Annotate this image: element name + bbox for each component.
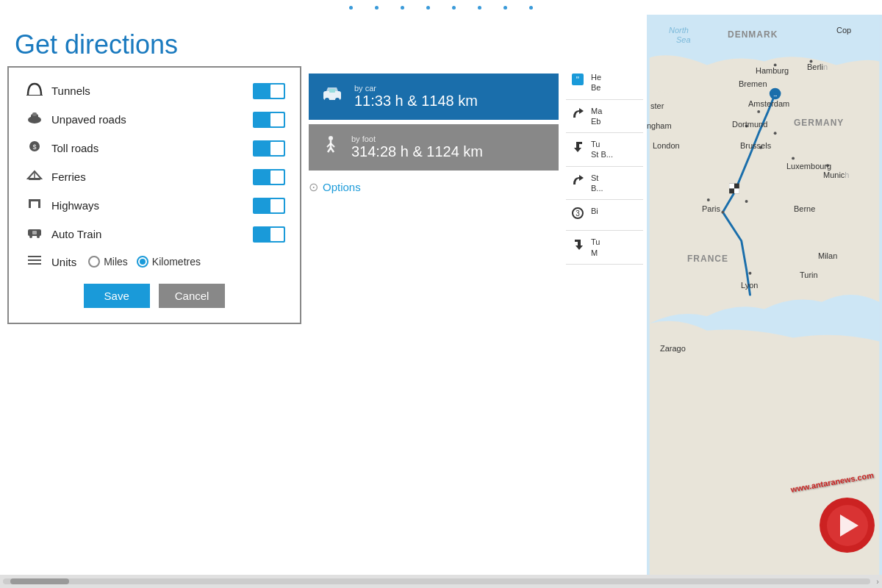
scroll-arrow[interactable]: › — [876, 577, 879, 586]
svg-line-29 — [331, 148, 334, 152]
car-route-info: by car 11:33 h & 1148 km — [354, 84, 478, 110]
turn-item-2[interactable]: Tu St B... — [566, 133, 643, 167]
svg-point-22 — [335, 98, 340, 102]
auto-train-icon — [24, 226, 46, 243]
svg-text:": " — [576, 75, 579, 85]
map-label-north: North — [669, 26, 689, 35]
svg-point-39 — [773, 92, 778, 96]
map-background: 1 — [647, 15, 882, 575]
nav-dot — [529, 6, 533, 10]
nav-dot — [503, 6, 507, 10]
map-label-france: FRANCE — [687, 254, 728, 264]
kilometres-label: Kilometres — [152, 256, 201, 268]
turn-item-4[interactable]: 3 Bi — [566, 200, 643, 231]
turn-text-3: St B... — [591, 173, 603, 194]
turn-icon-2 — [569, 139, 587, 157]
map-label-dortmund: Dortmund — [732, 120, 767, 129]
toll-roads-toggle[interactable] — [253, 140, 285, 157]
map-label-germany: GERMANY — [794, 118, 844, 128]
map-label-zaragoza: Zarago — [660, 344, 686, 353]
map-label-amsterdam: Amsterdam — [748, 99, 789, 108]
ferries-toggle[interactable] — [253, 169, 285, 185]
map-label-cop: Cop — [836, 26, 851, 35]
map-label-ngham: ngham — [647, 121, 672, 130]
car-route-time: 11:33 h & 1148 km — [354, 93, 478, 110]
turn-item-0[interactable]: " He Be — [566, 66, 643, 100]
unpaved-roads-label: Unpaved roads — [46, 113, 253, 126]
turn-item-1[interactable]: Ma Eb — [566, 100, 643, 134]
svg-point-43 — [774, 132, 777, 135]
highways-toggle[interactable] — [253, 198, 285, 214]
foot-route-card[interactable]: by foot 314:28 h & 1124 km — [309, 124, 559, 171]
svg-rect-8 — [29, 178, 40, 180]
scrollbar-track[interactable] — [3, 578, 870, 584]
turn-icon-1 — [569, 106, 587, 124]
tunnels-toggle[interactable] — [253, 83, 285, 99]
ferries-label: Ferries — [46, 171, 253, 183]
map-label-london: London — [653, 141, 680, 150]
map-panel[interactable]: 1 — [647, 15, 882, 575]
turn-text-2: Tu St B... — [591, 139, 613, 160]
map-label-sea: Sea — [676, 35, 691, 44]
foot-icon — [320, 135, 341, 160]
main-content: Get directions Tunnels — [0, 15, 882, 575]
save-button[interactable]: Save — [84, 284, 150, 308]
svg-rect-15 — [32, 231, 37, 234]
turn-icon-3 — [569, 173, 587, 191]
option-row-unpaved: Unpaved roads — [24, 111, 285, 128]
turn-item-5[interactable]: Tu M — [566, 231, 643, 265]
kilometres-radio[interactable] — [137, 256, 148, 268]
nav-dot — [349, 6, 353, 10]
turn-item-3[interactable]: St B... — [566, 167, 643, 201]
map-label-ster: ster — [650, 101, 664, 110]
map-label-hamburg: Hamburg — [756, 66, 789, 75]
auto-train-toggle[interactable] — [253, 226, 285, 243]
toll-roads-icon: $ — [24, 140, 46, 157]
unpaved-roads-toggle[interactable] — [253, 112, 285, 128]
nav-dot — [478, 6, 481, 10]
units-row: Units Miles Kilometres — [24, 254, 285, 269]
car-icon — [320, 85, 344, 108]
page-title: Get directions — [15, 29, 632, 60]
svg-text:$: $ — [32, 143, 36, 151]
option-row-autotrain: Auto Train — [24, 226, 285, 243]
units-icon — [24, 254, 46, 269]
map-label-lyon: Lyon — [741, 281, 758, 290]
option-row-ferries: Ferries — [24, 168, 285, 185]
miles-radio[interactable] — [88, 256, 100, 268]
map-label-berne: Berne — [794, 204, 815, 213]
unpaved-roads-icon — [24, 111, 46, 128]
foot-route-time: 314:28 h & 1124 km — [351, 143, 483, 160]
toll-roads-toggle-knob — [270, 142, 284, 155]
svg-point-46 — [721, 211, 724, 214]
left-panel: Get directions Tunnels — [0, 15, 647, 575]
top-dots-bar — [0, 0, 882, 15]
svg-rect-3 — [32, 112, 37, 116]
map-label-paris: Paris — [702, 204, 720, 213]
options-link-label: Options — [323, 181, 361, 193]
option-row-tunnels: Tunnels — [24, 82, 285, 99]
map-label-denmark: DENMARK — [728, 29, 778, 40]
cancel-button[interactable]: Cancel — [159, 284, 226, 308]
car-route-card[interactable]: by car 11:33 h & 1148 km — [309, 74, 559, 120]
logo-circle — [820, 498, 875, 553]
scrollbar-thumb[interactable] — [10, 578, 69, 584]
options-link[interactable]: ⊙ Options — [309, 180, 361, 194]
bottom-bar: › — [0, 575, 882, 588]
button-row: Save Cancel — [24, 284, 285, 308]
units-label: Units — [46, 256, 76, 268]
tunnels-toggle-knob — [270, 85, 284, 98]
svg-point-40 — [757, 110, 760, 113]
route-cards: by car 11:33 h & 1148 km by f — [309, 74, 559, 175]
kilometres-option[interactable]: Kilometres — [137, 256, 201, 268]
map-label-munich: Munich — [823, 171, 849, 179]
turn-icon-4: 3 — [569, 206, 587, 224]
svg-rect-38 — [734, 188, 739, 193]
miles-option[interactable]: Miles — [88, 256, 128, 268]
svg-point-24 — [329, 136, 333, 140]
units-radio-group: Miles Kilometres — [88, 256, 201, 268]
tunnels-icon — [24, 82, 46, 99]
map-label-turin: Turin — [800, 270, 818, 279]
nav-dot — [452, 6, 456, 10]
car-route-type: by car — [354, 84, 478, 93]
